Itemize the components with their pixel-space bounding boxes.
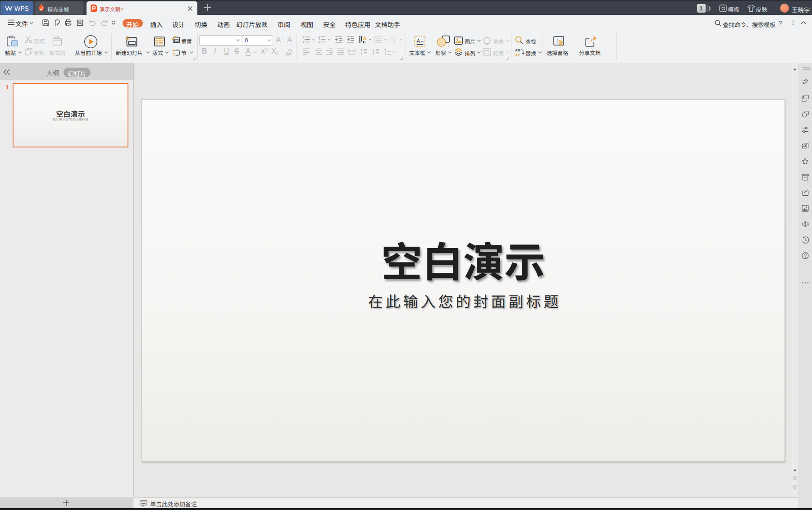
svg-text:AC: AC [515, 53, 520, 57]
svg-text:A: A [416, 38, 420, 45]
svg-text:3: 3 [319, 41, 320, 43]
svg-text:A: A [363, 36, 367, 41]
svg-text:AB: AB [515, 48, 520, 52]
svg-text:B: B [392, 40, 395, 44]
